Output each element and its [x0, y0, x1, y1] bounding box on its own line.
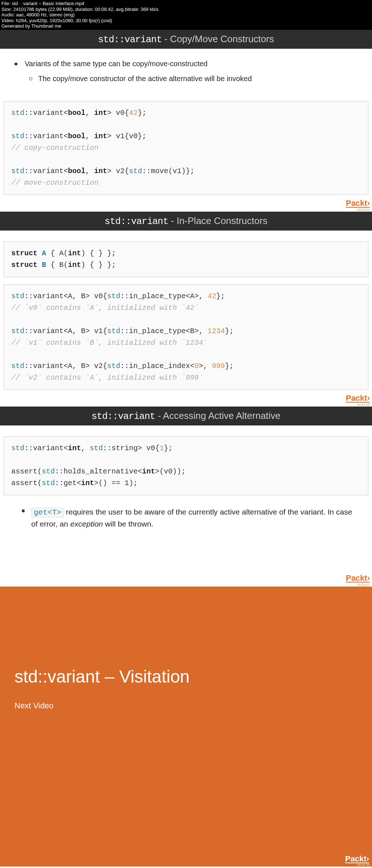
code-block-accessing: std::variant<int, std::string> v0{1}; as… — [4, 436, 368, 495]
bullet-text: Variants of the same type can be copy/mo… — [25, 60, 207, 68]
packt-logo: Packt› — [345, 854, 369, 864]
timestamp: 00:04:05 — [0, 403, 370, 407]
brand-row: Packt› 00:06:27 — [0, 573, 372, 587]
code-block-structs: struct A { A(int) { } }; struct B { B(in… — [4, 241, 368, 277]
packt-logo: Packt› — [346, 199, 370, 208]
note-text: get<T> requires the user to be aware of … — [31, 506, 354, 530]
title-code: std::variant — [92, 411, 155, 422]
section-title-copymove: std::variant - Copy/Move Constructors — [0, 30, 372, 49]
meta-line: Audio: aac, 48000 Hz, stereo (eng) — [1, 12, 371, 18]
packt-logo: Packt› — [346, 393, 370, 403]
timestamp: 00:06:27 — [0, 583, 370, 587]
next-video-subtitle: Next Video — [15, 701, 357, 711]
meta-line: Generated by Thumbnail me — [1, 23, 371, 29]
inline-code: get<T> — [31, 508, 64, 517]
meta-line: Video: h264, yuv420p, 1920x1080, 30.00 f… — [1, 18, 371, 24]
title-code: std::variant — [98, 34, 162, 45]
title-text: - In-Place Constructors — [168, 215, 267, 226]
next-video-title: std::variant – Visitation — [15, 667, 357, 687]
code-block-inplace: std::variant<A, B> v0{std::in_place_type… — [4, 284, 368, 390]
title-text: - Copy/Move Constructors — [162, 33, 274, 44]
file-metadata: File: std · ·variant – Basic Interface.m… — [0, 0, 372, 30]
section-title-inplace: std::variant - In-Place Constructors — [0, 212, 372, 231]
packt-logo: Packt› — [346, 573, 370, 583]
brand-row: Packt› 00:02:52 — [0, 199, 372, 212]
bullet-level-1: Variants of the same type can be copy/mo… — [15, 60, 357, 68]
next-video-slide: std::variant – Visitation Next Video Pac… — [0, 587, 372, 867]
timestamp: 00:08:30 — [357, 863, 370, 867]
bullet-dot-icon — [22, 509, 25, 512]
content-block-1: Variants of the same type can be copy/mo… — [0, 49, 372, 94]
bullet-circle-icon — [29, 77, 32, 80]
bullet-dot-icon — [15, 63, 17, 65]
meta-line: File: std · ·variant – Basic Interface.m… — [1, 1, 371, 7]
title-text: - Accessing Active Alternative — [155, 410, 280, 421]
bullet-level-2: The copy/move constructor of the active … — [29, 75, 357, 83]
note-bullet: get<T> requires the user to be aware of … — [0, 499, 372, 544]
section-title-accessing: std::variant - Accessing Active Alternat… — [0, 407, 372, 425]
code-block-copymove: std::variant<bool, int> v0{42}; std::var… — [4, 101, 368, 195]
meta-line: Size: 24101786 bytes (22.99 MiB), durati… — [1, 7, 371, 12]
title-code: std::variant — [105, 216, 168, 227]
bullet-text: The copy/move constructor of the active … — [38, 75, 252, 83]
brand-row: Packt› 00:04:05 — [0, 393, 372, 407]
timestamp: 00:02:52 — [0, 208, 370, 212]
